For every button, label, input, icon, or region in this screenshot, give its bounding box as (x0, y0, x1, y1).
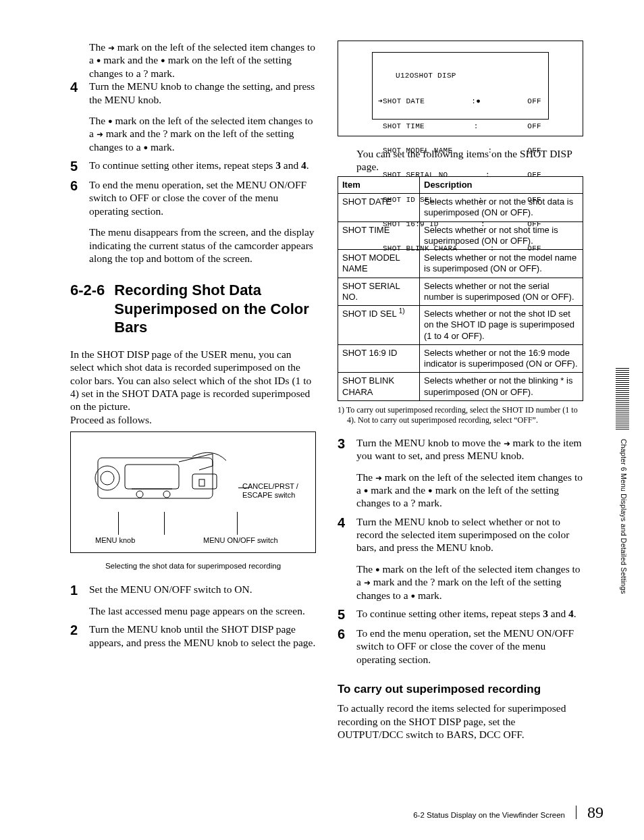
section-heading: 6-2-6 Recording Shot Data Superimposed o… (70, 281, 316, 337)
bullet-icon (375, 562, 380, 575)
step-6: 6 To end the menu operation, set the MEN… (338, 627, 583, 666)
svg-point-1 (95, 466, 119, 490)
step-body: Turn the MENU knob to move the mark to t… (356, 436, 583, 510)
step-5: 5 To continue setting other items, repea… (338, 607, 583, 621)
table-row: SHOT BLINK CHARASelects whether or not t… (338, 373, 583, 401)
arrow-right-icon (504, 436, 510, 449)
row-label: SHOT TIME (378, 122, 425, 130)
step-body: Set the MENU ON/OFF switch to ON. The la… (89, 583, 316, 617)
menu-row: SHOT TIME:OFF (378, 122, 541, 130)
subsection-body: To actually record the items selected fo… (338, 702, 583, 741)
step-number: 4 (70, 80, 82, 94)
footer-page-number: 89 (587, 802, 603, 822)
text: The (89, 115, 108, 126)
section-title: Recording Shot Data Superimposed on the … (114, 281, 316, 337)
text: Turn the MENU knob to move the (356, 437, 504, 448)
step-number: 6 (70, 178, 82, 192)
row-label: SHOT SERIAL NO (378, 171, 448, 179)
table-footnote: 1) To carry out superimposed recording, … (338, 405, 583, 425)
step-note: The mark on the left of the selected ite… (89, 114, 316, 153)
menu-row: SHOT BLINK CHARA:OFF (378, 244, 541, 253)
continuation-paragraph: The mark on the left of the selected ite… (89, 41, 316, 80)
step-body: To end the menu operation, set the MENU … (356, 627, 583, 666)
row-value: OFF (527, 220, 541, 228)
page: The mark on the left of the selected ite… (70, 41, 583, 741)
svg-rect-3 (125, 465, 179, 489)
figure-caption: Selecting the shot data for superimposed… (70, 561, 316, 571)
item-cell: SHOT ID SEL 1) (338, 306, 420, 345)
text: mark. (415, 589, 442, 601)
figure-label-cancel-switch: CANCEL/PRST / ESCAPE switch (242, 482, 303, 500)
text: mark. (148, 141, 175, 153)
camcorder-illustration (91, 442, 246, 523)
proceed-paragraph: Proceed as follows. (70, 413, 316, 426)
step-1: 1 Set the MENU ON/OFF switch to ON. The … (70, 583, 316, 617)
row-value: OFF (527, 171, 541, 179)
row-label: SHOT 16:9 ID (378, 220, 439, 228)
svg-point-2 (101, 471, 114, 485)
text: To continue setting other items, repeat … (89, 159, 275, 171)
footnote-text: 1) To carry out superimposed recording, … (338, 405, 583, 425)
step-number: 5 (338, 607, 350, 621)
text: To continue setting other items, repeat … (356, 608, 543, 619)
text: mark and the (101, 54, 161, 65)
step-4: 4 Turn the MENU knob to change the setti… (70, 80, 316, 153)
step-number: 2 (70, 623, 82, 637)
desc-cell: Selects whether or not the blinking * is… (420, 373, 583, 401)
step-body: Turn the MENU knob until the SHOT DISP p… (89, 623, 316, 649)
row-value: OFF (527, 244, 541, 253)
step-text: Turn the MENU knob to select whether or … (356, 515, 583, 554)
step-2: 2 Turn the MENU knob until the SHOT DISP… (70, 623, 316, 649)
right-column: U12OSHOT DISP ➜SHOT DATE:●OFF SHOT TIME:… (338, 41, 583, 741)
row-sep: :● (471, 97, 481, 105)
margin-chapter-label: Chapter 6 Menu Displays and Detailed Set… (619, 439, 628, 594)
step-body: Turn the MENU knob to change the setting… (89, 80, 316, 153)
arrow-right-icon (375, 471, 382, 483)
row-sep: : (487, 147, 492, 155)
footer-section-label: 6-2 Status Display on the Viewfinder Scr… (413, 810, 565, 820)
menu-screen-figure: U12OSHOT DISP ➜SHOT DATE:●OFF SHOT TIME:… (338, 41, 583, 136)
step-number: 5 (70, 159, 82, 173)
subsection-heading: To carry out superimposed recording (338, 682, 583, 696)
desc-cell: Selects whether or not the serial number… (420, 278, 583, 306)
step-number: 1 (70, 583, 82, 597)
text: and (281, 159, 301, 171)
item-cell: SHOT BLINK CHARA (338, 373, 420, 401)
svg-point-6 (136, 491, 143, 498)
step-body: To continue setting other items, repeat … (89, 159, 316, 172)
table-row: SHOT ID SEL 1)Selects whether or not the… (338, 306, 583, 345)
camcorder-figure: MENU knob MENU ON/OFF switch CANCEL/PRST… (70, 431, 316, 553)
step-note: The last accessed menu page appears on t… (89, 604, 316, 617)
arrow-right-icon (364, 575, 371, 588)
arrow-right-icon (97, 127, 103, 140)
bullet-icon (161, 53, 165, 66)
step-5: 5 To continue setting other items, repea… (70, 159, 316, 173)
step-number: 4 (338, 515, 350, 529)
step-text: Turn the MENU knob to move the mark to t… (356, 436, 583, 463)
desc-cell: Selects whether or not the 16:9 mode ind… (420, 344, 583, 373)
table-row: SHOT SERIAL NO.Selects whether or not th… (338, 278, 583, 306)
row-sep: : (481, 220, 485, 228)
leader-line (118, 512, 119, 535)
step-3: 3 Turn the MENU knob to move the mark to… (338, 436, 583, 510)
text: The (89, 41, 108, 53)
text: mark and the ? mark on the left of the s… (356, 576, 562, 600)
row-sep: : (490, 244, 495, 253)
intro-paragraph: In the SHOT DISP page of the USER menu, … (70, 348, 316, 413)
menu-row: SHOT 16:9 ID:OFF (378, 220, 541, 228)
step-number: 3 (338, 436, 350, 450)
step-note: The menu disappears from the screen, and… (89, 226, 316, 265)
bold: 3 (275, 159, 281, 171)
item-cell: SHOT 16:9 ID (338, 344, 420, 373)
svg-rect-8 (199, 479, 205, 486)
row-sep: : (479, 196, 483, 204)
footer-separator (576, 806, 576, 819)
figure-label-onoff-switch: MENU ON/OFF switch (203, 536, 278, 546)
step-text: Set the MENU ON/OFF switch to ON. (89, 583, 316, 596)
row-sep: : (474, 122, 479, 130)
leader-line (164, 512, 165, 535)
step-note: The mark on the left of the selected ite… (356, 562, 583, 602)
menu-screen-inner: U12OSHOT DISP ➜SHOT DATE:●OFF SHOT TIME:… (372, 52, 549, 120)
row-label: SHOT MODEL NAME (378, 147, 452, 155)
step-text: To end the menu operation, set the MENU … (89, 178, 316, 217)
